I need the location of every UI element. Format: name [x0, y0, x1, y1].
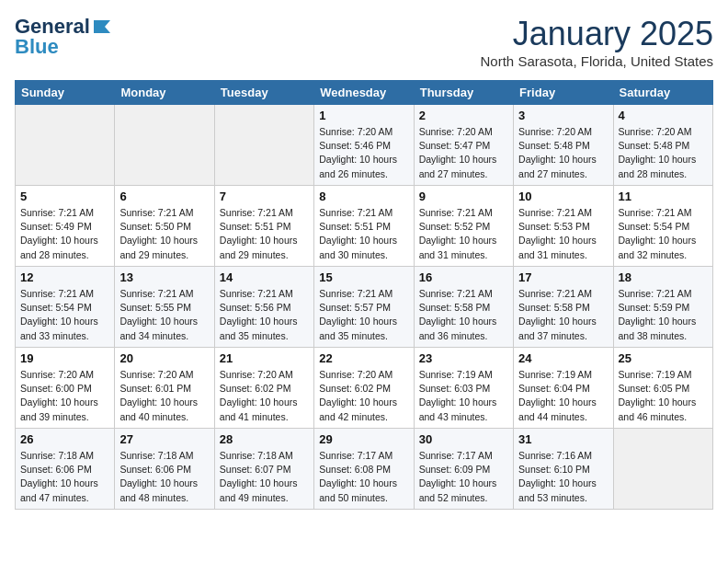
calendar-cell: 29Sunrise: 7:17 AMSunset: 6:08 PMDayligh… [314, 429, 414, 510]
day-info: Sunrise: 7:21 AMSunset: 5:50 PMDaylight:… [119, 206, 209, 262]
day-number: 9 [419, 190, 508, 203]
calendar-cell [115, 105, 214, 186]
day-info: Sunrise: 7:16 AMSunset: 6:10 PMDaylight:… [518, 449, 608, 505]
day-info: Sunrise: 7:21 AMSunset: 5:57 PMDaylight:… [319, 287, 408, 343]
day-info: Sunrise: 7:20 AMSunset: 6:02 PMDaylight:… [319, 368, 408, 424]
calendar-cell: 11Sunrise: 7:21 AMSunset: 5:54 PMDayligh… [613, 186, 712, 267]
calendar-cell: 27Sunrise: 7:18 AMSunset: 6:06 PMDayligh… [115, 429, 214, 510]
calendar-cell: 18Sunrise: 7:21 AMSunset: 5:59 PMDayligh… [613, 267, 712, 348]
week-row-4: 19Sunrise: 7:20 AMSunset: 6:00 PMDayligh… [16, 348, 713, 429]
day-number: 14 [220, 270, 309, 284]
calendar-cell: 21Sunrise: 7:20 AMSunset: 6:02 PMDayligh… [214, 348, 313, 429]
calendar-cell: 23Sunrise: 7:19 AMSunset: 6:03 PMDayligh… [414, 348, 513, 429]
day-info: Sunrise: 7:21 AMSunset: 5:54 PMDaylight:… [619, 206, 708, 262]
day-number: 28 [220, 432, 309, 446]
title-area: January 2025 North Sarasota, Florida, Un… [481, 15, 713, 69]
day-number: 10 [518, 190, 608, 203]
calendar-cell: 25Sunrise: 7:19 AMSunset: 6:05 PMDayligh… [613, 348, 712, 429]
calendar-cell: 19Sunrise: 7:20 AMSunset: 6:00 PMDayligh… [16, 348, 115, 429]
calendar-cell: 16Sunrise: 7:21 AMSunset: 5:58 PMDayligh… [414, 267, 513, 348]
calendar-cell: 1Sunrise: 7:20 AMSunset: 5:46 PMDaylight… [314, 105, 414, 186]
day-number: 18 [619, 270, 708, 284]
day-info: Sunrise: 7:20 AMSunset: 6:00 PMDaylight:… [20, 368, 109, 424]
day-info: Sunrise: 7:20 AMSunset: 5:47 PMDaylight:… [419, 125, 508, 181]
day-info: Sunrise: 7:18 AMSunset: 6:07 PMDaylight:… [220, 449, 309, 505]
day-number: 26 [20, 432, 109, 446]
day-number: 27 [119, 432, 209, 446]
calendar-cell: 13Sunrise: 7:21 AMSunset: 5:55 PMDayligh… [115, 267, 214, 348]
day-number: 22 [319, 351, 408, 365]
day-number: 20 [119, 351, 209, 365]
day-number: 7 [220, 190, 309, 203]
week-row-2: 5Sunrise: 7:21 AMSunset: 5:49 PMDaylight… [16, 186, 713, 267]
day-info: Sunrise: 7:21 AMSunset: 5:54 PMDaylight:… [20, 287, 109, 343]
day-info: Sunrise: 7:21 AMSunset: 5:51 PMDaylight:… [220, 206, 309, 262]
calendar-cell: 6Sunrise: 7:21 AMSunset: 5:50 PMDaylight… [115, 186, 214, 267]
calendar-cell: 10Sunrise: 7:21 AMSunset: 5:53 PMDayligh… [514, 186, 613, 267]
day-number: 4 [619, 109, 708, 122]
day-info: Sunrise: 7:21 AMSunset: 5:52 PMDaylight:… [419, 206, 508, 262]
day-info: Sunrise: 7:21 AMSunset: 5:56 PMDaylight:… [220, 287, 309, 343]
day-info: Sunrise: 7:20 AMSunset: 5:48 PMDaylight:… [619, 125, 708, 181]
day-number: 21 [220, 351, 309, 365]
weekday-header-sunday: Sunday [16, 81, 115, 105]
calendar-cell: 5Sunrise: 7:21 AMSunset: 5:49 PMDaylight… [16, 186, 115, 267]
calendar-cell: 17Sunrise: 7:21 AMSunset: 5:58 PMDayligh… [514, 267, 613, 348]
weekday-header-friday: Friday [514, 81, 613, 105]
logo-blue: Blue [15, 35, 59, 59]
week-row-1: 1Sunrise: 7:20 AMSunset: 5:46 PMDaylight… [16, 105, 713, 186]
calendar-cell [16, 105, 115, 186]
weekday-header-thursday: Thursday [414, 81, 513, 105]
logo-flag-icon [92, 18, 112, 35]
day-number: 1 [319, 109, 408, 122]
day-info: Sunrise: 7:17 AMSunset: 6:09 PMDaylight:… [419, 449, 508, 505]
day-info: Sunrise: 7:21 AMSunset: 5:55 PMDaylight:… [119, 287, 209, 343]
svg-marker-0 [94, 20, 110, 33]
day-number: 12 [20, 270, 109, 284]
day-number: 2 [419, 109, 508, 122]
day-number: 23 [419, 351, 508, 365]
day-info: Sunrise: 7:21 AMSunset: 5:49 PMDaylight:… [20, 206, 109, 262]
week-row-3: 12Sunrise: 7:21 AMSunset: 5:54 PMDayligh… [16, 267, 713, 348]
day-info: Sunrise: 7:17 AMSunset: 6:08 PMDaylight:… [319, 449, 408, 505]
calendar-table: SundayMondayTuesdayWednesdayThursdayFrid… [15, 80, 713, 510]
day-info: Sunrise: 7:21 AMSunset: 5:58 PMDaylight:… [518, 287, 608, 343]
weekday-header-row: SundayMondayTuesdayWednesdayThursdayFrid… [16, 81, 713, 105]
calendar-cell: 24Sunrise: 7:19 AMSunset: 6:04 PMDayligh… [514, 348, 613, 429]
day-number: 19 [20, 351, 109, 365]
day-number: 24 [518, 351, 608, 365]
calendar-cell [214, 105, 313, 186]
location: North Sarasota, Florida, United States [481, 53, 713, 69]
calendar-cell: 7Sunrise: 7:21 AMSunset: 5:51 PMDaylight… [214, 186, 313, 267]
calendar-cell [613, 429, 712, 510]
calendar-cell: 30Sunrise: 7:17 AMSunset: 6:09 PMDayligh… [414, 429, 513, 510]
day-info: Sunrise: 7:18 AMSunset: 6:06 PMDaylight:… [119, 449, 209, 505]
day-number: 17 [518, 270, 608, 284]
month-title: January 2025 [481, 15, 713, 53]
day-info: Sunrise: 7:21 AMSunset: 5:58 PMDaylight:… [419, 287, 508, 343]
calendar-cell: 14Sunrise: 7:21 AMSunset: 5:56 PMDayligh… [214, 267, 313, 348]
calendar-cell: 20Sunrise: 7:20 AMSunset: 6:01 PMDayligh… [115, 348, 214, 429]
day-number: 29 [319, 432, 408, 446]
day-info: Sunrise: 7:20 AMSunset: 6:02 PMDaylight:… [220, 368, 309, 424]
weekday-header-monday: Monday [115, 81, 214, 105]
day-number: 16 [419, 270, 508, 284]
day-info: Sunrise: 7:20 AMSunset: 6:01 PMDaylight:… [119, 368, 209, 424]
day-number: 31 [518, 432, 608, 446]
day-info: Sunrise: 7:21 AMSunset: 5:59 PMDaylight:… [619, 287, 708, 343]
calendar-cell: 4Sunrise: 7:20 AMSunset: 5:48 PMDaylight… [613, 105, 712, 186]
day-info: Sunrise: 7:21 AMSunset: 5:53 PMDaylight:… [518, 206, 608, 262]
day-info: Sunrise: 7:19 AMSunset: 6:04 PMDaylight:… [518, 368, 608, 424]
day-info: Sunrise: 7:19 AMSunset: 6:05 PMDaylight:… [619, 368, 708, 424]
calendar-cell: 12Sunrise: 7:21 AMSunset: 5:54 PMDayligh… [16, 267, 115, 348]
calendar-cell: 22Sunrise: 7:20 AMSunset: 6:02 PMDayligh… [314, 348, 414, 429]
day-info: Sunrise: 7:20 AMSunset: 5:48 PMDaylight:… [518, 125, 608, 181]
day-number: 6 [119, 190, 209, 203]
calendar-cell: 28Sunrise: 7:18 AMSunset: 6:07 PMDayligh… [214, 429, 313, 510]
day-info: Sunrise: 7:19 AMSunset: 6:03 PMDaylight:… [419, 368, 508, 424]
page-header: General Blue January 2025 North Sarasota… [15, 15, 713, 69]
calendar-cell: 26Sunrise: 7:18 AMSunset: 6:06 PMDayligh… [16, 429, 115, 510]
day-number: 5 [20, 190, 109, 203]
day-info: Sunrise: 7:20 AMSunset: 5:46 PMDaylight:… [319, 125, 408, 181]
day-info: Sunrise: 7:18 AMSunset: 6:06 PMDaylight:… [20, 449, 109, 505]
